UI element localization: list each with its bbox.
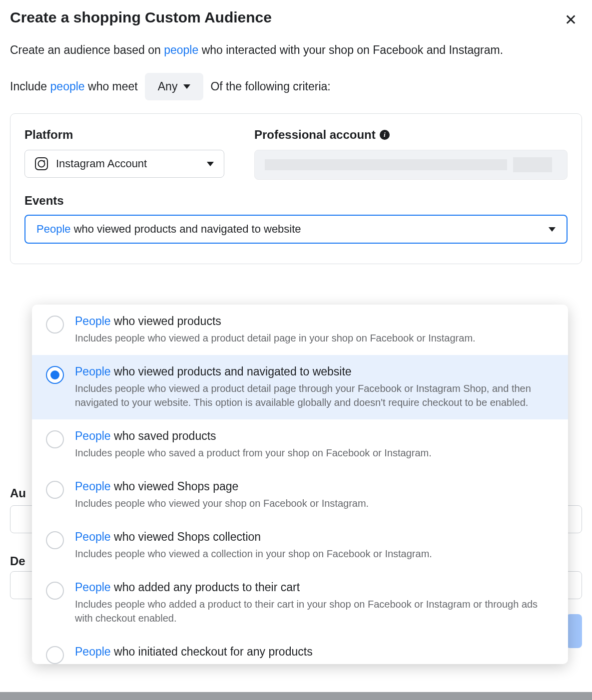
include-post: Of the following criteria: bbox=[210, 80, 330, 93]
option-title-rest: who viewed products bbox=[111, 315, 221, 328]
option-desc: Includes people who viewed your shop on … bbox=[75, 496, 554, 510]
radio-icon bbox=[46, 531, 64, 549]
option-title: People who saved products bbox=[75, 428, 554, 444]
option-title-link: People bbox=[75, 365, 111, 378]
option-title-link: People bbox=[75, 530, 111, 543]
option-title-link: People bbox=[75, 581, 111, 594]
option-text: People who viewed Shops pageIncludes peo… bbox=[75, 479, 554, 510]
option-title: People who initiated checkout for any pr… bbox=[75, 644, 554, 660]
events-dropdown-scroll[interactable]: People who viewed productsIncludes peopl… bbox=[32, 305, 568, 664]
event-option[interactable]: People who added any products to their c… bbox=[32, 571, 568, 635]
radio-icon bbox=[46, 366, 64, 384]
prof-account-col: Professional account i bbox=[254, 128, 568, 180]
platform-select[interactable]: Instagram Account bbox=[24, 150, 224, 178]
platform-label: Platform bbox=[24, 128, 234, 142]
event-option[interactable]: People who viewed Shops collectionInclud… bbox=[32, 520, 568, 571]
include-text: Include people who meet bbox=[10, 80, 138, 93]
option-title-link: People bbox=[75, 645, 111, 658]
option-desc: Includes people who initiated checkout o… bbox=[75, 662, 554, 664]
platform-col: Platform Instagram Account bbox=[24, 128, 234, 180]
modal-container: Create a shopping Custom Audience ✕ Crea… bbox=[0, 0, 592, 700]
option-text: People who added any products to their c… bbox=[75, 580, 554, 625]
option-text: People who saved productsIncludes people… bbox=[75, 428, 554, 460]
chevron-down-icon bbox=[549, 227, 556, 232]
radio-icon bbox=[46, 316, 64, 334]
radio-icon bbox=[46, 481, 64, 499]
event-option[interactable]: People who viewed Shops pageIncludes peo… bbox=[32, 470, 568, 520]
description-label-partial: De bbox=[10, 554, 25, 568]
option-title-link: People bbox=[75, 429, 111, 442]
option-title: People who viewed products and navigated… bbox=[75, 364, 554, 379]
radio-icon bbox=[46, 582, 64, 600]
intro-link[interactable]: people bbox=[164, 43, 198, 56]
option-title-rest: who viewed Shops collection bbox=[111, 530, 261, 543]
option-title-rest: who added any products to their cart bbox=[111, 581, 300, 594]
include-mid: who meet bbox=[85, 80, 138, 93]
option-title-link: People bbox=[75, 480, 111, 493]
option-desc: Includes people who viewed a product det… bbox=[75, 331, 554, 345]
option-desc: Includes people who viewed a collection … bbox=[75, 547, 554, 561]
events-select[interactable]: People who viewed products and navigated… bbox=[24, 215, 568, 244]
events-label: Events bbox=[24, 194, 568, 208]
prof-account-select[interactable] bbox=[254, 150, 568, 180]
option-text: People who initiated checkout for any pr… bbox=[75, 644, 554, 664]
event-option[interactable]: People who initiated checkout for any pr… bbox=[32, 635, 568, 664]
chevron-down-icon bbox=[207, 162, 214, 166]
chevron-down-icon bbox=[183, 84, 190, 89]
option-text: People who viewed productsIncludes peopl… bbox=[75, 314, 554, 345]
option-title: People who viewed Shops page bbox=[75, 479, 554, 494]
include-link[interactable]: people bbox=[50, 80, 85, 93]
prof-account-label: Professional account i bbox=[254, 128, 568, 142]
include-pre: Include bbox=[10, 80, 50, 93]
option-title: People who viewed products bbox=[75, 314, 554, 329]
event-option[interactable]: People who saved productsIncludes people… bbox=[32, 419, 568, 470]
header-row: Create a shopping Custom Audience ✕ bbox=[10, 9, 582, 37]
radio-icon bbox=[46, 430, 64, 448]
page-title: Create a shopping Custom Audience bbox=[10, 9, 272, 26]
event-option[interactable]: People who viewed productsIncludes peopl… bbox=[32, 305, 568, 355]
option-title-link: People bbox=[75, 315, 111, 328]
match-mode-select[interactable]: Any bbox=[145, 73, 204, 100]
platform-value: Instagram Account bbox=[56, 157, 147, 170]
match-mode-value: Any bbox=[158, 80, 178, 93]
events-dropdown: People who viewed productsIncludes peopl… bbox=[32, 305, 568, 664]
info-icon[interactable]: i bbox=[380, 130, 390, 140]
instagram-icon bbox=[35, 157, 48, 170]
option-title-rest: who viewed products and navigated to web… bbox=[111, 365, 352, 378]
bottom-shade bbox=[0, 692, 592, 700]
event-option[interactable]: People who viewed products and navigated… bbox=[32, 355, 568, 419]
primary-button-partial[interactable] bbox=[566, 614, 582, 648]
intro-text: Create an audience based on people who i… bbox=[10, 42, 582, 58]
option-text: People who viewed products and navigated… bbox=[75, 364, 554, 409]
events-selected-link: People bbox=[36, 223, 71, 235]
close-icon[interactable]: ✕ bbox=[560, 9, 582, 30]
option-title: People who added any products to their c… bbox=[75, 580, 554, 595]
intro-post: who interacted with your shop on Faceboo… bbox=[198, 43, 503, 56]
criteria-card: Platform Instagram Account Professional … bbox=[10, 113, 582, 264]
option-title-rest: who initiated checkout for any products bbox=[111, 645, 313, 658]
option-title: People who viewed Shops collection bbox=[75, 529, 554, 545]
events-selected-rest: who viewed products and navigated to web… bbox=[71, 223, 301, 235]
radio-icon bbox=[46, 646, 64, 664]
events-selected-text: People who viewed products and navigated… bbox=[36, 223, 301, 236]
option-desc: Includes people who added a product to t… bbox=[75, 597, 554, 625]
option-desc: Includes people who saved a product from… bbox=[75, 446, 554, 460]
option-title-rest: who saved products bbox=[111, 429, 216, 442]
option-title-rest: who viewed Shops page bbox=[111, 480, 239, 493]
prof-account-label-text: Professional account bbox=[254, 128, 376, 142]
platform-account-row: Platform Instagram Account Professional … bbox=[24, 128, 568, 180]
include-row: Include people who meet Any Of the follo… bbox=[10, 73, 582, 100]
intro-pre: Create an audience based on bbox=[10, 43, 164, 56]
option-desc: Includes people who viewed a product det… bbox=[75, 381, 554, 409]
audience-label-partial: Au bbox=[10, 486, 26, 500]
option-text: People who viewed Shops collectionInclud… bbox=[75, 529, 554, 561]
